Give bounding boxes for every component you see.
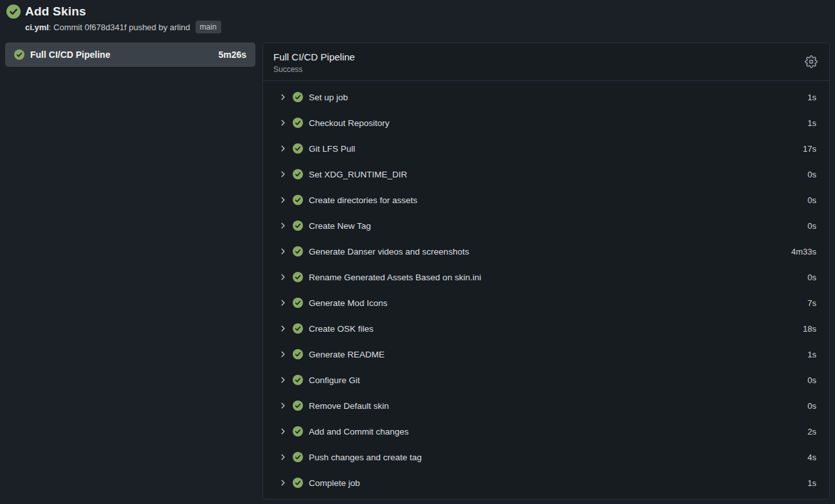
branch-badge[interactable]: main [196, 21, 221, 33]
chevron-right-icon [279, 350, 287, 358]
chevron-right-icon [279, 145, 287, 152]
job-panel-title: Full CI/CD Pipeline [273, 51, 819, 62]
step-row[interactable]: Create directories for assets 0s [263, 187, 829, 213]
step-name: Complete job [309, 478, 360, 488]
step-status-success-icon [293, 92, 303, 102]
step-name: Generate Danser videos and screenshots [309, 247, 469, 256]
job-status-success-icon [14, 50, 24, 60]
gear-icon [805, 55, 819, 68]
chevron-right-icon [279, 196, 287, 204]
step-duration: 1s [807, 478, 816, 488]
job-duration: 5m26s [218, 50, 246, 60]
step-duration: 1s [807, 350, 816, 359]
step-duration: 0s [807, 195, 816, 205]
step-name: Generate Mod Icons [309, 298, 387, 308]
commit-sha-link[interactable]: 0f678d341f [84, 22, 126, 32]
run-body: Full CI/CD Pipeline 5m26s Full CI/CD Pip… [0, 42, 835, 500]
run-header: Add Skins ci.yml: Commit 0f678d341f push… [0, 0, 835, 33]
step-row[interactable]: Configure Git 0s [263, 367, 829, 393]
step-name: Add and Commit changes [309, 427, 408, 437]
step-status-success-icon [293, 349, 303, 359]
run-subtitle: ci.yml: Commit 0f678d341f pushed by arli… [25, 21, 829, 33]
step-status-success-icon [293, 118, 303, 128]
commit-prefix-text: : Commit [49, 22, 85, 32]
steps-list: Set up job 1s Checkout Repository 1s Git… [263, 81, 829, 499]
job-settings-button[interactable] [805, 55, 819, 69]
step-row[interactable]: Generate Danser videos and screenshots 4… [263, 239, 829, 264]
step-name: Remove Default skin [309, 401, 389, 411]
step-name: Set XDG_RUNTIME_DIR [309, 170, 407, 179]
step-duration: 4m33s [791, 247, 816, 256]
step-row[interactable]: Rename Generated Assets Based on skin.in… [263, 264, 829, 290]
step-duration: 0s [807, 221, 816, 231]
chevron-right-icon [279, 119, 287, 127]
job-detail-panel: Full CI/CD Pipeline Success Set up job 1… [262, 42, 830, 500]
step-status-success-icon [293, 169, 303, 179]
sidebar-job-item[interactable]: Full CI/CD Pipeline 5m26s [5, 42, 255, 67]
step-name: Push changes and create tag [309, 453, 422, 462]
step-name: Rename Generated Assets Based on skin.in… [309, 273, 481, 282]
step-name: Git LFS Pull [309, 144, 355, 154]
step-duration: 0s [807, 273, 816, 282]
step-name: Create New Tag [309, 221, 371, 231]
step-duration: 1s [807, 118, 816, 128]
step-status-success-icon [293, 401, 303, 411]
job-name: Full CI/CD Pipeline [30, 50, 212, 60]
step-status-success-icon [293, 195, 303, 205]
step-row[interactable]: Generate README 1s [263, 341, 829, 367]
step-status-success-icon [293, 452, 303, 462]
chevron-right-icon [279, 170, 287, 178]
step-status-success-icon [293, 375, 303, 385]
chevron-right-icon [279, 325, 287, 332]
step-duration: 2s [807, 427, 816, 437]
step-status-success-icon [293, 426, 303, 437]
run-status-success-icon [6, 4, 21, 19]
step-row[interactable]: Checkout Repository 1s [263, 110, 829, 136]
step-status-success-icon [293, 323, 303, 334]
run-title: Add Skins [25, 4, 86, 19]
step-duration: 18s [803, 324, 816, 334]
step-duration: 4s [807, 453, 816, 462]
workflow-file-name: ci.yml [25, 22, 49, 32]
chevron-right-icon [279, 273, 287, 281]
step-name: Configure Git [309, 375, 360, 385]
step-status-success-icon [293, 221, 303, 231]
chevron-right-icon [279, 93, 287, 101]
step-row[interactable]: Push changes and create tag 4s [263, 444, 829, 470]
step-duration: 7s [807, 298, 816, 308]
step-row[interactable]: Add and Commit changes 2s [263, 419, 829, 444]
step-name: Set up job [309, 93, 348, 102]
step-name: Create directories for assets [309, 195, 418, 205]
chevron-right-icon [279, 376, 287, 384]
step-row[interactable]: Create New Tag 0s [263, 213, 829, 239]
step-name: Checkout Repository [309, 118, 389, 128]
chevron-right-icon [279, 222, 287, 230]
step-name: Create OSK files [309, 324, 374, 334]
step-row[interactable]: Git LFS Pull 17s [263, 136, 829, 161]
step-status-success-icon [293, 143, 303, 154]
chevron-right-icon [279, 453, 287, 461]
step-duration: 0s [807, 170, 816, 179]
chevron-right-icon [279, 299, 287, 307]
step-row[interactable]: Remove Default skin 0s [263, 393, 829, 419]
job-panel-header: Full CI/CD Pipeline Success [263, 43, 829, 81]
step-row[interactable]: Set XDG_RUNTIME_DIR 0s [263, 161, 829, 187]
chevron-right-icon [279, 248, 287, 255]
commit-suffix-text: pushed by arlind [127, 22, 190, 32]
step-row[interactable]: Complete job 1s [263, 470, 829, 496]
chevron-right-icon [279, 479, 287, 487]
step-status-success-icon [293, 298, 303, 308]
step-status-success-icon [293, 478, 303, 488]
step-name: Generate README [309, 350, 385, 359]
step-row[interactable]: Create OSK files 18s [263, 316, 829, 341]
step-status-success-icon [293, 246, 303, 256]
step-row[interactable]: Generate Mod Icons 7s [263, 290, 829, 316]
step-duration: 0s [807, 375, 816, 385]
step-duration: 17s [803, 144, 816, 154]
step-status-success-icon [293, 272, 303, 282]
step-row[interactable]: Set up job 1s [263, 84, 829, 110]
chevron-right-icon [279, 428, 287, 435]
step-duration: 0s [807, 401, 816, 411]
step-duration: 1s [807, 93, 816, 102]
job-panel-status: Success [273, 65, 819, 74]
